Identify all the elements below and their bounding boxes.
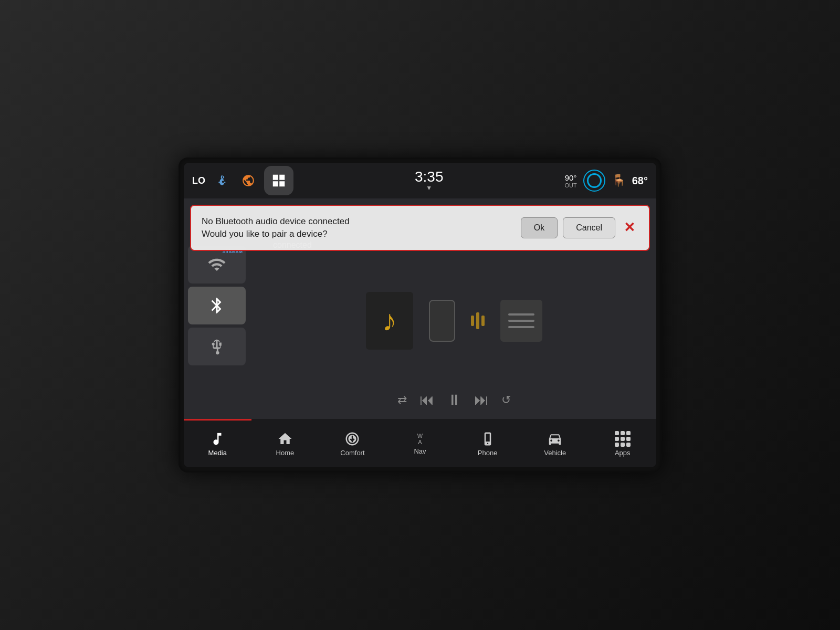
bluetooth-audio-button[interactable]: [188, 287, 246, 324]
seat-comfort-icon[interactable]: 🪑: [612, 174, 626, 187]
alexa-button[interactable]: [583, 170, 605, 192]
nav-media[interactable]: Media: [184, 419, 251, 467]
phone-device-icon: [429, 300, 455, 342]
dialog-buttons: Ok Cancel ✕: [521, 217, 638, 238]
vehicle-frame: LO: [0, 0, 840, 630]
wave-bar-2: [476, 312, 479, 329]
infotainment-screen: LO: [184, 163, 656, 467]
fan-icon[interactable]: [214, 171, 233, 190]
screen-bezel: LO: [178, 158, 662, 472]
shuffle-button[interactable]: ⇄: [397, 393, 407, 407]
media-visual: ♪: [366, 292, 542, 350]
time-arrow: ▼: [426, 184, 432, 192]
nav-apps[interactable]: Apps: [589, 419, 656, 467]
outside-temp: 90° OUT: [565, 173, 577, 188]
sound-wave-icon: [471, 312, 485, 329]
nav-home[interactable]: Home: [251, 419, 319, 467]
svg-point-2: [487, 443, 488, 445]
comfort-nav-label: Comfort: [340, 449, 364, 457]
inside-temp-display: 68°: [632, 175, 648, 187]
previous-button[interactable]: ⏮: [419, 391, 434, 408]
dialog-box: No Bluetooth audio device connected Woul…: [190, 205, 650, 251]
bluetooth-dialog: No Bluetooth audio device connected Woul…: [184, 198, 656, 251]
media-nav-label: Media: [208, 449, 227, 457]
nav-phone[interactable]: Phone: [454, 419, 521, 467]
dialog-line2: Would you like to pair a device?: [202, 228, 512, 240]
siriusxm-button[interactable]: SiriusXM: [188, 246, 246, 284]
nav-wav-display: W A: [417, 433, 423, 445]
nav-vehicle[interactable]: Vehicle: [521, 419, 589, 467]
phone-nav-label: Phone: [478, 449, 498, 457]
usb-icon: [207, 337, 226, 356]
globe-icon[interactable]: [239, 171, 258, 190]
music-note-icon: ♪: [382, 303, 397, 338]
siriusxm-inner: SiriusXM: [188, 246, 246, 284]
repeat-button[interactable]: ↺: [501, 393, 511, 407]
album-art: ♪: [366, 292, 413, 350]
nav-nav-label: Nav: [414, 447, 426, 455]
pause-button[interactable]: ⏸: [447, 391, 461, 408]
wave-bar-3: [481, 316, 485, 326]
bluetooth-icon: [207, 296, 226, 315]
dialog-message: No Bluetooth audio device connected Woul…: [202, 215, 512, 240]
apps-nav-label: Apps: [615, 449, 631, 457]
main-content-area: No Bluetooth audio device connected Woul…: [184, 198, 656, 419]
time-block: 3:35 ▼: [300, 170, 559, 192]
list-line-1: [508, 313, 534, 316]
status-bar: LO: [184, 163, 656, 198]
dialog-cancel-button[interactable]: Cancel: [563, 217, 615, 238]
home-nav-label: Home: [276, 449, 295, 457]
sirius-wave-icon: [207, 255, 226, 274]
dialog-close-button[interactable]: ✕: [621, 219, 638, 236]
next-button[interactable]: ⏭: [474, 391, 489, 408]
lo-label: LO: [192, 175, 205, 186]
playback-controls: ⇄ ⏮ ⏸ ⏭ ↺: [397, 391, 511, 408]
svg-rect-1: [486, 434, 490, 442]
comfort-icon: [344, 431, 360, 447]
nav-nav[interactable]: W A Nav: [386, 419, 454, 467]
alexa-ring-icon: [587, 173, 602, 188]
apps-grid-icon: [615, 431, 631, 447]
dialog-line1: No Bluetooth audio device connected: [202, 215, 512, 228]
list-line-2: [508, 320, 534, 322]
nav-comfort[interactable]: Comfort: [319, 419, 386, 467]
outside-temp-value: 90°: [565, 173, 577, 182]
phone-icon: [480, 431, 496, 447]
playlist-icon: [500, 300, 542, 342]
home-icon: [277, 431, 293, 447]
vehicle-nav-label: Vehicle: [544, 449, 566, 457]
usb-button[interactable]: [188, 328, 246, 365]
list-line-3: [508, 326, 534, 328]
time-display: 3:35: [415, 170, 444, 184]
wave-bar-1: [471, 316, 474, 326]
outside-temp-label: OUT: [565, 182, 577, 188]
home-grid-button[interactable]: [264, 166, 293, 195]
vehicle-icon: [547, 431, 563, 447]
bottom-nav-bar: Media Home Comfort W: [184, 419, 656, 467]
media-note-icon: [209, 431, 225, 447]
dialog-ok-button[interactable]: Ok: [521, 217, 558, 238]
